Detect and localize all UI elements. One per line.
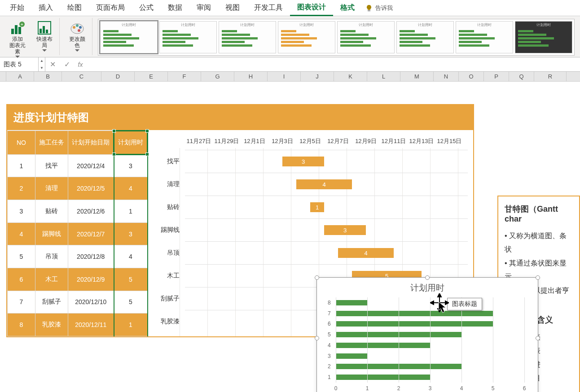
- th-task[interactable]: 施工任务: [35, 131, 68, 155]
- table-row[interactable]: 1找平2020/12/43: [8, 154, 148, 177]
- chart-style-6[interactable]: 计划用时: [396, 21, 454, 53]
- svg-point-14: [78, 29, 80, 32]
- col-header-A[interactable]: A: [6, 72, 34, 81]
- chart-style-8[interactable]: 计划用时: [515, 21, 572, 53]
- gantt-bar[interactable]: 4: [338, 248, 394, 258]
- svg-rect-1: [11, 29, 14, 34]
- tell-me[interactable]: 告诉我: [365, 4, 393, 12]
- tab-data[interactable]: 数据: [161, 0, 189, 15]
- info-text: • 又称为横道图、条状: [505, 229, 573, 257]
- change-colors-label: 更改颜色: [67, 36, 88, 48]
- col-header-L[interactable]: L: [367, 72, 400, 81]
- column-headers: ABCDEFGHIJKLMNOPQR: [0, 72, 580, 82]
- chart-tooltip: 图表标题: [447, 298, 482, 310]
- gantt-data-table: NO 施工任务 计划开始日期 计划用时 1找平2020/12/432清理2020…: [7, 130, 148, 336]
- tab-page-layout[interactable]: 页面布局: [89, 0, 132, 15]
- chevron-up-icon[interactable]: ▲: [39, 57, 45, 65]
- add-element-icon: +: [10, 21, 25, 35]
- gantt-bar[interactable]: 1: [310, 202, 324, 212]
- chart-style-7[interactable]: 计划用时: [456, 21, 513, 53]
- svg-rect-9: [46, 30, 48, 33]
- overlay-chart-plot[interactable]: 876543210123456: [336, 297, 524, 383]
- tab-review[interactable]: 审阅: [189, 0, 218, 15]
- tab-format[interactable]: 格式: [333, 0, 362, 15]
- table-row[interactable]: 6木工2020/12/95: [8, 268, 148, 291]
- tab-home[interactable]: 开始: [3, 0, 31, 15]
- chart-style-5[interactable]: 计划用时: [337, 21, 395, 53]
- select-all-corner[interactable]: [0, 72, 6, 81]
- formula-bar: 图表 5 ▲▼ ✕ ✓ fx: [0, 57, 580, 72]
- col-header-B[interactable]: B: [34, 72, 62, 81]
- col-header-K[interactable]: K: [334, 72, 367, 81]
- col-header-H[interactable]: H: [234, 72, 268, 81]
- tab-formulas[interactable]: 公式: [132, 0, 161, 15]
- chart-bar[interactable]: [336, 343, 430, 348]
- gantt-bar[interactable]: 4: [296, 179, 352, 189]
- chart-bar[interactable]: [336, 353, 367, 359]
- col-header-I[interactable]: I: [268, 72, 301, 81]
- th-start[interactable]: 计划开始日期: [68, 131, 114, 155]
- formula-input[interactable]: [87, 57, 580, 71]
- col-header-D[interactable]: D: [101, 72, 135, 81]
- col-header-J[interactable]: J: [301, 72, 334, 81]
- tab-draw[interactable]: 绘图: [60, 0, 89, 15]
- cancel-formula-button[interactable]: ✕: [45, 57, 60, 71]
- name-box-stepper[interactable]: ▲▼: [39, 57, 45, 72]
- tab-view[interactable]: 视图: [218, 0, 247, 15]
- col-header-N[interactable]: N: [434, 72, 459, 81]
- add-element-label: 添加 图表元素: [7, 36, 28, 55]
- table-row[interactable]: 2清理2020/12/54: [8, 177, 148, 200]
- table-row[interactable]: 7刮腻子2020/12/105: [8, 291, 148, 314]
- gantt-bar[interactable]: 3: [324, 225, 366, 235]
- svg-rect-7: [40, 29, 42, 33]
- change-colors-button[interactable]: 更改颜色: [65, 19, 89, 54]
- chart-bar[interactable]: [336, 321, 493, 327]
- col-header-M[interactable]: M: [400, 72, 434, 81]
- worksheet-grid[interactable]: ABCDEFGHIJKLMNOPQR 进度计划甘特图 NO 施工任务 计划开始日…: [0, 72, 580, 392]
- th-no[interactable]: NO: [8, 131, 35, 155]
- name-box[interactable]: 图表 5: [0, 57, 39, 71]
- chart-bar[interactable]: [336, 300, 367, 305]
- gantt-row: 吊顶4: [154, 241, 468, 264]
- confirm-formula-button[interactable]: ✓: [60, 57, 74, 71]
- col-header-C[interactable]: C: [62, 72, 101, 81]
- chart-style-2[interactable]: 计划用时: [159, 21, 217, 53]
- col-header-Q[interactable]: Q: [509, 72, 534, 81]
- tab-developer[interactable]: 开发工具: [247, 0, 290, 15]
- col-header-G[interactable]: G: [201, 72, 234, 81]
- col-header-P[interactable]: P: [484, 72, 509, 81]
- chevron-down-icon[interactable]: ▼: [39, 65, 45, 72]
- quick-layout-label: 快速布局: [34, 36, 55, 48]
- table-row[interactable]: 3贴砖2020/12/61: [8, 200, 148, 223]
- gantt-date-axis: 11月27日11月29日12月1日12月3日12月5日12月7日12月9日12月…: [185, 137, 468, 145]
- ribbon: + 添加 图表元素 快速布局 更改颜色 计划用时 计划用时 计划用时 计划用时 …: [0, 16, 580, 57]
- col-header-E[interactable]: E: [135, 72, 168, 81]
- th-dur[interactable]: 计划用时: [114, 131, 148, 155]
- col-header-F[interactable]: F: [168, 72, 201, 81]
- overlay-chart-title[interactable]: 计划用时: [317, 278, 538, 296]
- svg-rect-2: [15, 25, 18, 34]
- tab-insert[interactable]: 插入: [31, 0, 60, 15]
- table-row[interactable]: 8乳胶漆2020/12/111: [8, 314, 148, 336]
- fx-icon[interactable]: fx: [74, 61, 87, 68]
- svg-rect-0: [368, 10, 370, 11]
- chart-bar[interactable]: [336, 375, 430, 380]
- col-header-R[interactable]: R: [534, 72, 567, 81]
- table-row[interactable]: 5吊顶2020/12/84: [8, 245, 148, 268]
- svg-text:+: +: [21, 22, 23, 27]
- chart-styles-gallery[interactable]: 计划用时 计划用时 计划用时 计划用时 计划用时 计划用时 计划用时 计划用时: [98, 19, 575, 56]
- chart-bar[interactable]: [336, 311, 493, 316]
- info-heading-1: 甘特图（Gantt char: [505, 204, 573, 224]
- chevron-down-icon: [42, 49, 47, 52]
- tab-chart-design[interactable]: 图表设计: [290, 0, 333, 16]
- col-header-O[interactable]: O: [459, 72, 484, 81]
- chart-style-3[interactable]: 计划用时: [219, 21, 276, 53]
- gantt-bar[interactable]: 3: [282, 157, 324, 166]
- gantt-row: 找平3: [154, 150, 468, 173]
- chart-style-4[interactable]: 计划用时: [278, 21, 335, 53]
- add-chart-element-button[interactable]: + 添加 图表元素: [5, 19, 30, 60]
- table-row[interactable]: 4踢脚线2020/12/73: [8, 222, 148, 245]
- quick-layout-button[interactable]: 快速布局: [32, 19, 57, 60]
- selected-chart-object[interactable]: 计划用时 876543210123456: [316, 277, 538, 392]
- chart-style-1[interactable]: 计划用时: [100, 21, 158, 53]
